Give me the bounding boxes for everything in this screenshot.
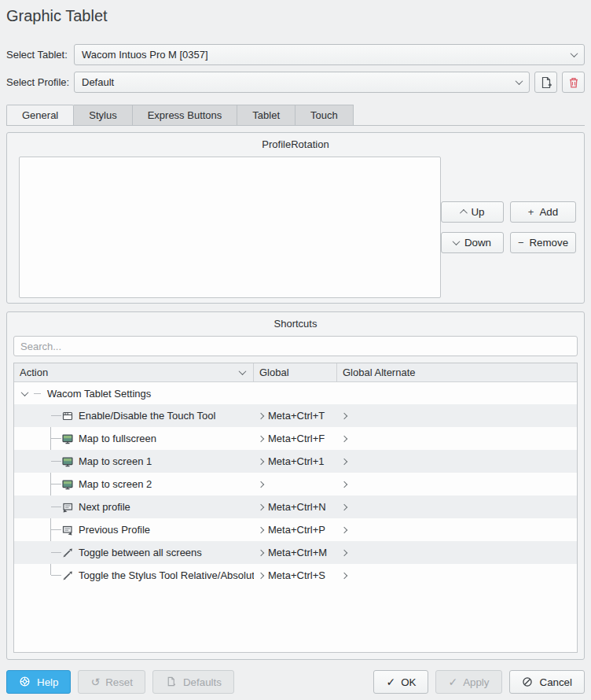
shortcut-row[interactable]: Map to screen 2 bbox=[14, 473, 577, 496]
previous-profile-icon bbox=[61, 524, 74, 536]
profile-rotation-body: Up + Add Down − Remove bbox=[13, 157, 578, 298]
shortcut-expander-icon[interactable] bbox=[258, 413, 264, 419]
help-label: Help bbox=[37, 676, 58, 688]
trash-icon bbox=[567, 76, 580, 89]
new-document-icon bbox=[540, 76, 552, 89]
tablet-selector-row: Select Tablet: Wacom Intuos Pro M [0357] bbox=[6, 44, 585, 65]
shortcut-row[interactable]: Enable/Disable the Touch Tool Meta+Ctrl+… bbox=[14, 404, 577, 427]
shortcut-expander-icon[interactable] bbox=[341, 481, 347, 488]
shortcut-expander-icon[interactable] bbox=[258, 504, 264, 510]
chevron-down-icon bbox=[453, 238, 461, 245]
table-header: Action Global Global Alternate bbox=[14, 363, 577, 382]
shortcut-row[interactable]: Previous Profile Meta+Ctrl+P bbox=[14, 518, 577, 541]
checkmark-icon: ✓ bbox=[448, 676, 457, 687]
shortcut-row[interactable]: Map to screen 1 Meta+Ctrl+1 bbox=[14, 450, 577, 473]
move-up-label: Up bbox=[471, 206, 484, 218]
shortcut-rows: Enable/Disable the Touch Tool Meta+Ctrl+… bbox=[14, 404, 577, 587]
new-profile-button[interactable] bbox=[534, 72, 557, 93]
branch-line bbox=[34, 393, 41, 394]
chevron-up-icon bbox=[460, 209, 468, 217]
action-column-label: Action bbox=[20, 367, 48, 378]
shortcut-expander-icon[interactable] bbox=[258, 550, 264, 556]
tab-express-buttons[interactable]: Express Buttons bbox=[132, 105, 237, 125]
shortcut-expander-icon[interactable] bbox=[258, 527, 264, 533]
monitor-icon bbox=[61, 433, 74, 445]
add-label: Add bbox=[539, 206, 558, 218]
next-profile-icon bbox=[61, 501, 74, 514]
reset-button[interactable]: ↺ Reset bbox=[78, 670, 145, 694]
profile-rotation-title: ProfileRotation bbox=[13, 138, 578, 152]
shortcut-expander-icon[interactable] bbox=[258, 459, 264, 465]
ok-button[interactable]: ✓ OK bbox=[373, 670, 428, 694]
shortcut-row[interactable]: Map to fullscreen Meta+Ctrl+F bbox=[14, 427, 577, 450]
cancel-label: Cancel bbox=[540, 676, 573, 688]
defaults-label: Defaults bbox=[183, 676, 222, 688]
move-up-button[interactable]: Up bbox=[441, 201, 504, 223]
search-input[interactable] bbox=[13, 336, 578, 356]
graphic-tablet-settings: Graphic Tablet Select Tablet: Wacom Intu… bbox=[0, 0, 591, 700]
chevron-down-icon bbox=[516, 77, 523, 85]
button-box: Help ↺ Reset Defaults ✓ OK ✓ Apply Cance… bbox=[6, 670, 585, 694]
shortcuts-title: Shortcuts bbox=[13, 317, 578, 331]
reset-label: Reset bbox=[105, 676, 133, 688]
shortcut-expander-icon[interactable] bbox=[341, 527, 347, 533]
global-alternate-column-label: Global Alternate bbox=[343, 367, 416, 378]
profile-rotation-buttons: Up + Add Down − Remove bbox=[441, 157, 578, 298]
shortcut-row[interactable]: Toggle the Stylus Tool Relative/Absolute… bbox=[14, 564, 577, 587]
cancel-button[interactable]: Cancel bbox=[509, 670, 585, 694]
select-profile-label: Select Profile: bbox=[6, 76, 74, 88]
tablet-combobox[interactable]: Wacom Intuos Pro M [0357] bbox=[74, 44, 585, 65]
tab-tablet[interactable]: Tablet bbox=[237, 105, 295, 125]
tab-bar: GeneralStylusExpress ButtonsTabletTouch bbox=[6, 105, 585, 126]
checkmark-icon: ✓ bbox=[386, 676, 395, 687]
delete-profile-button[interactable] bbox=[562, 72, 585, 93]
apply-label: Apply bbox=[463, 676, 489, 688]
shortcut-expander-icon[interactable] bbox=[258, 573, 264, 579]
select-tablet-label: Select Tablet: bbox=[6, 49, 74, 61]
shortcut-row[interactable]: Toggle between all screens Meta+Ctrl+M bbox=[14, 541, 577, 564]
shortcut-expander-icon[interactable] bbox=[341, 573, 347, 579]
sort-indicator-icon bbox=[239, 367, 247, 375]
expander-icon[interactable] bbox=[21, 389, 29, 396]
monitor-icon bbox=[61, 455, 74, 468]
shortcuts-table: Action Global Global Alternate Wacom Tab… bbox=[13, 363, 578, 653]
shortcut-expander-icon[interactable] bbox=[258, 481, 264, 488]
minus-icon: − bbox=[518, 238, 524, 248]
column-header-action[interactable]: Action bbox=[14, 363, 254, 381]
add-button[interactable]: + Add bbox=[510, 201, 576, 223]
apply-button[interactable]: ✓ Apply bbox=[435, 670, 501, 694]
remove-label: Remove bbox=[529, 237, 568, 249]
help-buoy-icon bbox=[19, 676, 31, 688]
tree-root-label: Wacom Tablet Settings bbox=[47, 388, 151, 400]
shortcut-expander-icon[interactable] bbox=[341, 550, 347, 556]
move-down-button[interactable]: Down bbox=[441, 232, 504, 253]
page-title: Graphic Tablet bbox=[6, 5, 585, 27]
shortcut-expander-icon[interactable] bbox=[341, 504, 347, 510]
shortcut-expander-icon[interactable] bbox=[341, 459, 347, 465]
profile-combobox[interactable]: Default bbox=[74, 72, 530, 93]
undo-icon: ↺ bbox=[90, 676, 100, 687]
profile-rotation-list[interactable] bbox=[19, 157, 441, 298]
defaults-button[interactable]: Defaults bbox=[152, 670, 234, 694]
global-column-label: Global bbox=[259, 367, 289, 378]
stylus-icon bbox=[61, 569, 74, 582]
tab-touch[interactable]: Touch bbox=[295, 105, 354, 125]
tree-root-row[interactable]: Wacom Tablet Settings bbox=[14, 382, 577, 404]
help-button[interactable]: Help bbox=[6, 670, 71, 694]
monitor-icon bbox=[61, 478, 74, 491]
column-header-global[interactable]: Global bbox=[254, 363, 337, 381]
document-revert-icon bbox=[165, 676, 178, 688]
tab-general[interactable]: General bbox=[6, 105, 74, 125]
tab-stylus[interactable]: Stylus bbox=[74, 105, 131, 125]
profile-selector-row: Select Profile: Default bbox=[6, 72, 585, 93]
shortcut-expander-icon[interactable] bbox=[341, 413, 347, 419]
remove-button[interactable]: − Remove bbox=[510, 232, 576, 253]
profile-rotation-group: ProfileRotation Up + Add Down bbox=[6, 132, 585, 304]
shortcut-expander-icon[interactable] bbox=[341, 436, 347, 442]
column-header-global-alternate[interactable]: Global Alternate bbox=[337, 363, 577, 381]
shortcut-row[interactable]: Next profile Meta+Ctrl+N bbox=[14, 496, 577, 518]
touch-tool-icon bbox=[61, 410, 74, 422]
tablet-combobox-value: Wacom Intuos Pro M [0357] bbox=[82, 49, 571, 61]
shortcut-expander-icon[interactable] bbox=[258, 436, 264, 442]
profile-combobox-value: Default bbox=[82, 76, 516, 88]
